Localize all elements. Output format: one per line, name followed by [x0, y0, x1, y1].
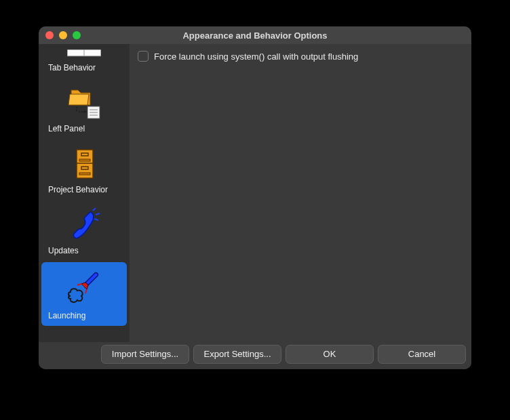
svg-line-17: [96, 213, 100, 215]
window-body: Tab Behavior: [39, 44, 471, 342]
sidebar-item-updates[interactable]: Updates: [41, 201, 127, 261]
sidebar-item-launching[interactable]: Launching: [41, 262, 127, 326]
svg-rect-15: [79, 173, 90, 175]
close-button[interactable]: [45, 31, 54, 39]
titlebar: Appearance and Behavior Options: [39, 26, 471, 44]
sidebar-item-project-behavior[interactable]: Project Behavior: [41, 140, 127, 200]
svg-line-16: [93, 208, 96, 211]
svg-point-3: [76, 110, 77, 111]
left-panel-icon: [48, 83, 120, 121]
sidebar-item-label: Launching: [48, 308, 85, 320]
force-launch-label: Force launch using system() call with ou…: [154, 51, 358, 62]
svg-line-20: [85, 289, 87, 293]
sidebar-item-label: Project Behavior: [48, 182, 108, 194]
minimize-button[interactable]: [59, 31, 67, 39]
cancel-button[interactable]: Cancel: [378, 345, 466, 364]
svg-line-18: [94, 219, 98, 220]
zoom-button[interactable]: [73, 31, 81, 39]
svg-rect-14: [79, 159, 90, 161]
options-window: Appearance and Behavior Options Tab Beha…: [39, 26, 471, 369]
sidebar-item-label: Tab Behavior: [48, 60, 96, 72]
sidebar-item-left-panel[interactable]: Left Panel: [41, 79, 127, 139]
svg-point-5: [81, 111, 83, 112]
export-settings-button[interactable]: Export Settings...: [193, 345, 281, 364]
svg-point-2: [76, 107, 77, 108]
import-settings-button[interactable]: Import Settings...: [101, 345, 189, 364]
svg-line-19: [77, 284, 81, 285]
sidebar: Tab Behavior: [39, 44, 130, 342]
svg-point-4: [79, 111, 80, 112]
footer: Import Settings... Export Settings... OK…: [39, 342, 471, 369]
sidebar-item-label: Left Panel: [48, 121, 85, 133]
tab-behavior-icon: [48, 49, 120, 60]
window-title: Appearance and Behavior Options: [39, 30, 471, 41]
sidebar-item-tab-behavior[interactable]: Tab Behavior: [41, 45, 127, 78]
content-panel: Force launch using system() call with ou…: [130, 44, 471, 342]
ok-button[interactable]: OK: [286, 345, 374, 364]
window-controls: [39, 31, 81, 39]
updates-icon: [48, 205, 120, 243]
launching-icon: [48, 266, 120, 308]
sidebar-item-label: Updates: [48, 243, 79, 255]
project-behavior-icon: [48, 144, 120, 182]
force-launch-checkbox[interactable]: [138, 51, 149, 62]
force-launch-row: Force launch using system() call with ou…: [138, 51, 463, 62]
